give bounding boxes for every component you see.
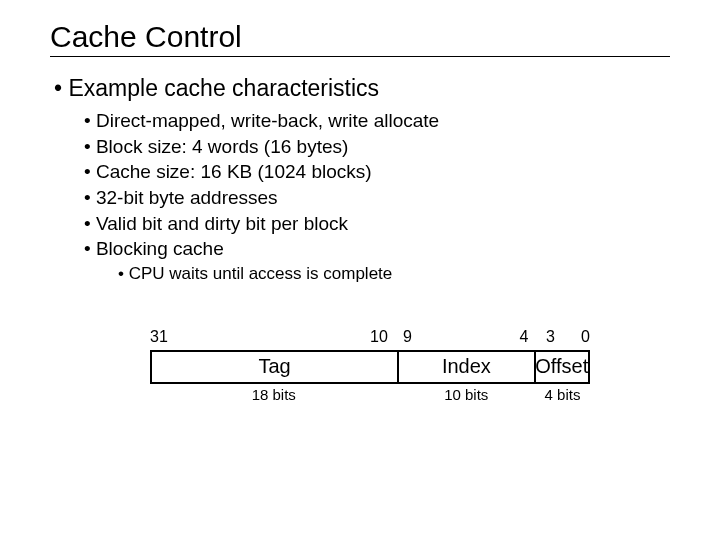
bullet-lvl3-list: CPU waits until access is complete	[118, 264, 670, 284]
bullet-lvl2: 32-bit byte addresses	[84, 185, 670, 211]
address-diagram: 31 10 9 4 3 0 Tag Index Offset 18 bits 1…	[150, 328, 590, 408]
bit-label: 0	[581, 328, 590, 346]
bit-label: 31	[150, 328, 168, 346]
size-offset: 4 bits	[535, 386, 590, 408]
bullet-lvl2: Valid bit and dirty bit per block	[84, 211, 670, 237]
bullet-lvl2: Blocking cache	[84, 236, 670, 262]
bit-label: 9	[403, 328, 412, 346]
bit-label: 3	[546, 328, 555, 346]
bit-label: 4	[520, 328, 529, 346]
bullet-lvl2: Cache size: 16 KB (1024 blocks)	[84, 159, 670, 185]
slide-title: Cache Control	[50, 20, 670, 57]
bullet-lvl2: Direct-mapped, write-back, write allocat…	[84, 108, 670, 134]
bit-labels-row: 31 10 9 4 3 0	[150, 328, 590, 350]
size-tag: 18 bits	[150, 386, 398, 408]
bullet-lvl1: Example cache characteristics	[54, 75, 670, 102]
size-index: 10 bits	[398, 386, 536, 408]
field-sizes-row: 18 bits 10 bits 4 bits	[150, 386, 590, 408]
bit-label: 10	[370, 328, 388, 346]
bullet-lvl2: Block size: 4 words (16 bytes)	[84, 134, 670, 160]
field-index: Index	[397, 352, 533, 382]
field-boxes: Tag Index Offset	[150, 350, 590, 384]
field-tag: Tag	[152, 352, 397, 382]
field-offset: Offset	[534, 352, 589, 382]
bullet-lvl2-list: Direct-mapped, write-back, write allocat…	[84, 108, 670, 284]
bullet-lvl3: CPU waits until access is complete	[118, 264, 670, 284]
